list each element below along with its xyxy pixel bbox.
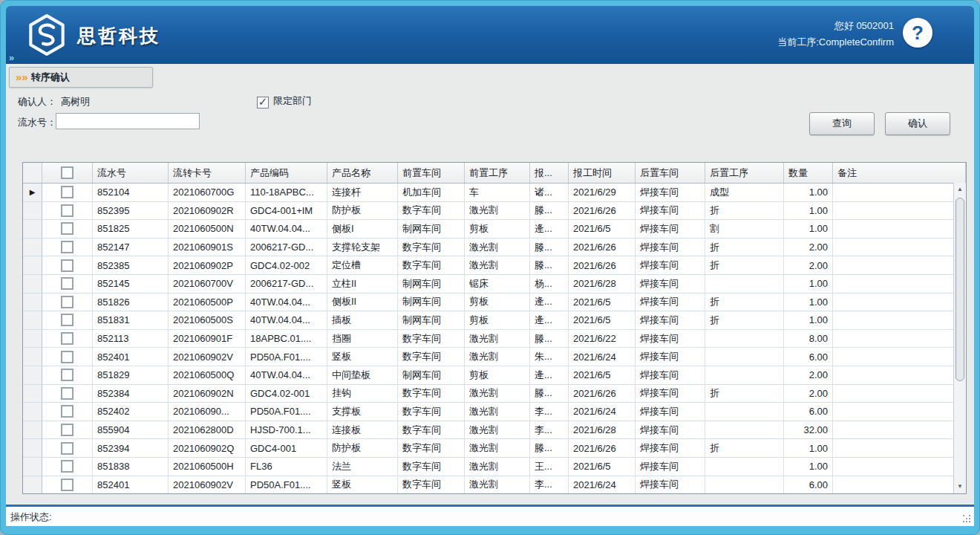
table-row[interactable]: 8518312021060500S40TW.04.04...插板制网车间剪板逄.… <box>23 311 966 330</box>
table-cell: 成型 <box>705 184 784 202</box>
tab-transfer-confirm[interactable]: »» 转序确认 <box>9 67 153 88</box>
row-checkbox[interactable] <box>61 460 74 473</box>
table-row[interactable]: 8518262021060500P40TW.04.04...侧板II制网车间剪板… <box>23 294 966 312</box>
row-header-cell[interactable]: ▶ <box>23 184 42 202</box>
select-all-cell[interactable] <box>42 163 93 183</box>
column-header[interactable]: 报... <box>530 163 569 183</box>
row-checkbox[interactable] <box>61 296 74 308</box>
row-checkbox[interactable] <box>61 186 74 198</box>
table-row[interactable]: 8559042021062800DHJSD-700.1...连接板数字车间激光割… <box>23 421 966 440</box>
resize-grip[interactable] <box>963 515 971 523</box>
row-checkbox[interactable] <box>61 241 74 253</box>
table-cell: 制网车间 <box>398 366 465 385</box>
row-checkbox[interactable] <box>61 222 74 235</box>
table-row[interactable]: 8523852021060902PGDC4.02-002定位槽数字车间激光割滕.… <box>23 256 966 275</box>
serial-input[interactable] <box>56 113 200 129</box>
row-checkbox-cell[interactable] <box>42 330 93 348</box>
row-checkbox-cell[interactable] <box>42 184 93 202</box>
column-header[interactable]: 流水号 <box>93 163 169 183</box>
column-header[interactable]: 后置车间 <box>636 163 705 183</box>
row-checkbox[interactable] <box>61 387 74 400</box>
row-header-cell[interactable] <box>23 294 42 312</box>
row-header-cell[interactable] <box>23 476 42 495</box>
table-row[interactable]: 8524012021060902VPD50A.F01....竖板数字车间激光割李… <box>23 476 966 495</box>
row-header-cell[interactable] <box>23 458 42 476</box>
row-checkbox[interactable] <box>61 424 74 436</box>
limit-dept-field[interactable]: ✓限定部门 <box>257 94 312 108</box>
row-header-cell[interactable] <box>23 366 42 385</box>
row-checkbox-cell[interactable] <box>42 294 93 312</box>
table-cell: 852147 <box>93 239 169 257</box>
table-row[interactable]: 8521132021060901F18APBC.01....挡圈数字车间激光割滕… <box>23 330 966 348</box>
vertical-scrollbar[interactable]: ▲ ▼ <box>953 183 966 493</box>
column-header[interactable]: 数量 <box>784 163 833 183</box>
column-header[interactable]: 流转卡号 <box>169 163 246 183</box>
row-checkbox[interactable] <box>61 204 74 217</box>
row-checkbox[interactable] <box>61 405 74 418</box>
select-all-checkbox[interactable] <box>61 166 74 179</box>
row-header-cell[interactable] <box>23 202 42 221</box>
table-row[interactable]: 8524012021060902VPD50A.F01....竖板数字车间激光割朱… <box>23 348 966 366</box>
row-checkbox-cell[interactable] <box>42 385 93 403</box>
column-header[interactable]: 前置工序 <box>465 163 530 183</box>
row-checkbox-cell[interactable] <box>42 239 93 257</box>
table-row[interactable]: 852402202106090...PD50A.F01....支撑板数字车间激光… <box>23 403 966 421</box>
table-row[interactable]: 8523952021060902RGDC4-001+IM防护板数字车间激光割滕.… <box>23 202 966 221</box>
row-header-cell[interactable] <box>23 239 42 257</box>
row-checkbox-cell[interactable] <box>42 275 93 294</box>
confirmer-label: 确认人： <box>18 95 56 108</box>
row-checkbox-cell[interactable] <box>42 458 93 476</box>
row-header-cell[interactable] <box>23 256 42 275</box>
row-header-cell[interactable] <box>23 330 42 348</box>
table-row[interactable]: 8521472021060901S2006217-GD...支撑轮支架数字车间激… <box>23 239 966 257</box>
row-header-cell[interactable] <box>23 311 42 330</box>
row-header-cell[interactable] <box>23 403 42 421</box>
table-row[interactable]: 8523942021060902QGDC4-001防护板数字车间激光割滕...2… <box>23 439 966 458</box>
row-checkbox[interactable] <box>61 332 74 345</box>
scrollbar-thumb[interactable] <box>956 198 964 381</box>
row-checkbox-cell[interactable] <box>42 220 93 239</box>
column-header[interactable]: 产品名称 <box>327 163 398 183</box>
row-checkbox-cell[interactable] <box>42 403 93 421</box>
row-checkbox[interactable] <box>61 259 74 272</box>
row-checkbox[interactable] <box>61 314 74 326</box>
row-checkbox-cell[interactable] <box>42 202 93 221</box>
row-checkbox-cell[interactable] <box>42 348 93 366</box>
table-row[interactable]: 8518292021060500Q40TW.04.04...中间垫板制网车间剪板… <box>23 366 966 385</box>
row-checkbox-cell[interactable] <box>42 366 93 385</box>
row-checkbox-cell[interactable] <box>42 439 93 458</box>
column-header[interactable]: 前置车间 <box>398 163 465 183</box>
confirm-button[interactable]: 确认 <box>885 112 950 135</box>
table-cell: 2021060901S <box>169 239 246 257</box>
column-header[interactable]: 后置工序 <box>705 163 784 183</box>
query-button[interactable]: 查询 <box>809 112 875 135</box>
column-header[interactable]: 备注 <box>833 163 966 183</box>
row-header-cell[interactable] <box>23 348 42 366</box>
scroll-up-icon[interactable]: ▲ <box>954 184 966 195</box>
table-row[interactable]: 8518382021060500HFL36法兰数字车间激光割王...2021/6… <box>23 458 966 476</box>
row-header-cell[interactable] <box>23 220 42 239</box>
help-icon[interactable]: ? <box>903 18 932 48</box>
column-header[interactable]: 报工时间 <box>569 163 636 183</box>
row-header-cell[interactable] <box>23 275 42 294</box>
table-row[interactable]: 8518252021060500N40TW.04.04...侧板I制网车间剪板逄… <box>23 220 966 239</box>
row-checkbox[interactable] <box>61 277 74 290</box>
row-checkbox-cell[interactable] <box>42 311 93 330</box>
table-row[interactable]: 8521452021060700V2006217-GD...立柱II制网车间锯床… <box>23 275 966 294</box>
limit-dept-checkbox[interactable]: ✓ <box>257 97 269 108</box>
table-row[interactable]: ▶8521042021060700G110-18APBC...连接杆机加车间车诸… <box>23 184 966 202</box>
row-checkbox[interactable] <box>61 351 74 363</box>
scroll-down-icon[interactable]: ▼ <box>954 482 966 492</box>
row-checkbox-cell[interactable] <box>42 256 93 275</box>
collapse-chevron-icon[interactable]: » <box>9 53 14 63</box>
column-header[interactable]: 产品编码 <box>246 163 327 183</box>
row-header-cell[interactable] <box>23 439 42 458</box>
row-checkbox-cell[interactable] <box>42 476 93 495</box>
row-header-cell[interactable] <box>23 385 42 403</box>
row-checkbox-cell[interactable] <box>42 421 93 440</box>
row-header-cell[interactable] <box>23 421 42 440</box>
row-checkbox[interactable] <box>61 479 74 491</box>
row-checkbox[interactable] <box>61 442 74 455</box>
row-checkbox[interactable] <box>61 369 74 381</box>
table-row[interactable]: 8523842021060902NGDC4.02-001挂钩数字车间激光割滕..… <box>23 385 966 403</box>
